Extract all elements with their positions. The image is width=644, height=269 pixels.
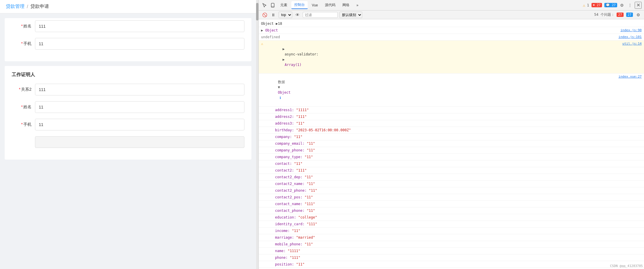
clear-console-icon[interactable]: 🚫 — [261, 11, 268, 18]
form-row-relation2: *关系2 — [12, 84, 244, 95]
csdn-watermark: CSDN @qq_41283785 — [610, 264, 643, 268]
console-line-undefined: undefined index.js:101 — [259, 34, 644, 41]
input-phone2[interactable] — [35, 119, 244, 130]
devtools-top-toolbar: 元素 控制台 Vue 源代码 网络 » ⚠ 1 ✖ 27 💬 27 ⚙ ⋮ ✕ — [259, 0, 644, 11]
prop-text-contact2-phone: contact2_phone: "11" — [261, 188, 642, 193]
device-icon[interactable] — [269, 2, 276, 9]
prop-address2: address2: "111" — [259, 113, 644, 120]
tab-elements[interactable]: 元素 — [277, 1, 290, 9]
tab-console[interactable]: 控制台 — [291, 1, 308, 9]
console-line-obj0: Object ▶18 — [259, 20, 644, 27]
error-count-badge: 1 — [587, 3, 589, 7]
prop-text-company-phone: company_phone: "11" — [261, 148, 642, 153]
required-star-5: * — [21, 122, 23, 127]
settings-icon[interactable]: ⚙ — [618, 2, 625, 9]
prop-text-education: education: "college" — [261, 215, 642, 220]
level-select[interactable]: 默认级别 — [340, 12, 362, 18]
input-relation2[interactable] — [35, 84, 244, 95]
console-line-warning: ⚠ ▶ async-validator: ▶ Array(1) util.js:… — [259, 41, 644, 74]
breadcrumb-current: 贷款申请 — [30, 4, 49, 10]
prop-name: name: "1111" — [259, 248, 644, 254]
close-devtools-button[interactable]: ✕ — [635, 2, 642, 9]
prop-contact2-name: contact2_name: "11" — [259, 181, 644, 187]
form-panel: 贷款管理 / 贷款申请 *姓名 *手机 工作证明人 *关系2 — [0, 0, 256, 269]
prop-company-type: company_type: "11" — [259, 154, 644, 160]
label-phone2: *手机 — [12, 122, 35, 127]
form-row-partial — [12, 136, 244, 148]
console-line-data: 数据 ▼ Object ℹ index.vue:27 — [259, 74, 644, 107]
tab-more[interactable]: » — [354, 2, 361, 8]
prop-address3: address3: "11" — [259, 120, 644, 127]
prop-text-contact2: contact2: "111" — [261, 168, 642, 173]
prop-text-address3: address3: "11" — [261, 121, 642, 126]
required-star: * — [21, 24, 23, 28]
input-phone1[interactable] — [35, 38, 244, 50]
label-name1: *姓名 — [12, 24, 35, 29]
issues-count-label: 54 个问题： 27 27 — [594, 12, 633, 17]
devtools-panel: 元素 控制台 Vue 源代码 网络 » ⚠ 1 ✖ 27 💬 27 ⚙ ⋮ ✕ … — [258, 0, 644, 269]
tab-network[interactable]: 网络 — [340, 1, 352, 9]
devtools-second-toolbar: 🚫 ⏸ top 👁 默认级别 54 个问题： 27 27 ⚙ — [259, 11, 644, 19]
error-badge: ✖ 27 — [592, 3, 602, 7]
prop-contact2-pos: contact2_pos: "11" — [259, 194, 644, 201]
prop-text-contact: contact: "11" — [261, 161, 642, 166]
prop-text-birthday: birthday: "2023-05-02T16:00:00.000Z" — [261, 127, 642, 133]
scrollbar-thumb — [256, 3, 258, 20]
console-text-data: 数据 ▼ Object ℹ — [261, 74, 616, 106]
input-partial[interactable] — [35, 136, 244, 148]
prop-position: position: "11" — [259, 261, 644, 268]
prop-income: income: "11" — [259, 228, 644, 234]
breadcrumb-separator: / — [27, 4, 28, 9]
form-row-phone2: *手机 — [12, 119, 244, 130]
console-text-obj1: Object — [263, 28, 618, 33]
prop-text-company: company: "11" — [261, 134, 642, 139]
filter-input[interactable] — [303, 12, 338, 18]
prop-mobile-phone: mobile_phone: "11" — [259, 241, 644, 248]
prop-birthday: birthday: "2023-05-02T16:00:00.000Z" — [259, 127, 644, 134]
context-select[interactable]: top — [279, 12, 292, 18]
svg-rect-0 — [271, 3, 274, 7]
input-name2[interactable] — [35, 101, 244, 113]
prop-text-contact-phone: contact_phone: "11" — [261, 208, 642, 213]
console-text-warning: ▶ async-validator: ▶ Array(1) — [266, 41, 620, 73]
prop-company-phone: company_phone: "11" — [259, 147, 644, 154]
console-text-obj0: Object ▶18 — [261, 21, 639, 26]
form-section-1: *姓名 *手机 — [5, 18, 251, 61]
form-row-name1: *姓名 — [12, 20, 244, 32]
breadcrumb: 贷款管理 / 贷款申请 — [0, 0, 256, 13]
console-source-warning[interactable]: util.js:14 — [622, 41, 642, 46]
eye-icon[interactable]: 👁 — [294, 11, 301, 18]
prop-text-income: income: "11" — [261, 228, 642, 233]
input-name1[interactable] — [35, 20, 244, 32]
inspect-icon[interactable] — [261, 2, 268, 9]
prop-address1: address1: "1111" — [259, 107, 644, 113]
required-star-4: * — [21, 104, 23, 109]
breadcrumb-root[interactable]: 贷款管理 — [6, 4, 24, 10]
tab-sources[interactable]: 源代码 — [322, 1, 338, 9]
prop-company-email: company_email: "11" — [259, 140, 644, 147]
console-line-obj1: ▶ Object index.js:90 — [259, 27, 644, 34]
devtools-console-content: Object ▶18 ▶ Object index.js:90 undefine… — [259, 19, 644, 269]
prop-text-contact-name: contact_name: "111" — [261, 201, 642, 207]
prop-marriage: marriage: "married" — [259, 234, 644, 241]
prop-contact2-phone: contact2_phone: "11" — [259, 187, 644, 194]
pause-icon[interactable]: ⏸ — [270, 11, 277, 18]
warning-badge: 💬 27 — [604, 3, 617, 7]
prop-identity-card: identity_card: "111" — [259, 221, 644, 228]
console-source-data[interactable]: index.vue:27 — [619, 74, 642, 79]
issues-error-badge: 27 — [617, 13, 623, 17]
form-scrollbar[interactable] — [256, 0, 258, 269]
tab-vue[interactable]: Vue — [309, 2, 321, 8]
prop-text-contact2-pos: contact2_pos: "11" — [261, 195, 642, 200]
console-source-obj1[interactable]: index.js:90 — [620, 28, 642, 33]
console-text-undefined: undefined — [261, 34, 616, 40]
label-name2: *姓名 — [12, 104, 35, 110]
prop-contact: contact: "11" — [259, 160, 644, 167]
label-phone1: *手机 — [12, 41, 35, 46]
warning-badge-1: ⚠ — [583, 3, 585, 8]
expand-arrow-obj1[interactable]: ▶ — [261, 28, 263, 33]
more-options-icon[interactable]: ⋮ — [626, 2, 634, 9]
settings-icon-2[interactable]: ⚙ — [635, 11, 642, 18]
prop-contact-name: contact_name: "111" — [259, 201, 644, 207]
console-source-undefined[interactable]: index.js:101 — [619, 34, 642, 40]
